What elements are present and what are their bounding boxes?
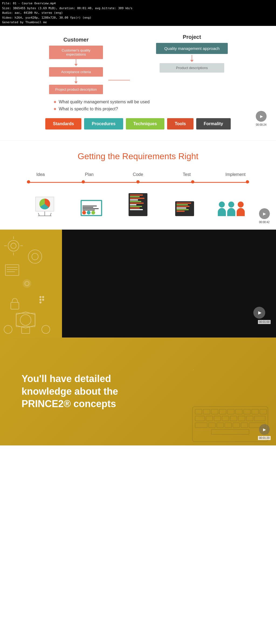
bullet-item-2: What is specific to this project?: [54, 107, 265, 111]
svg-point-1: [11, 243, 16, 248]
project-column: Project Quality management approach Prod…: [154, 34, 230, 94]
person-3: [237, 202, 245, 216]
qma-box: Quality management approach: [156, 43, 227, 54]
tag-formality[interactable]: Formality: [196, 118, 231, 130]
test-icon: [175, 201, 194, 216]
svg-rect-28: [203, 409, 210, 414]
svg-rect-31: [227, 409, 234, 414]
people-icons: [218, 202, 245, 216]
label-code: Code: [114, 172, 163, 177]
customer-box2: Acceptance criteria: [49, 67, 103, 77]
customer-column: Customer Customer's quality expectations…: [46, 34, 106, 94]
timeline-labels: Idea Plan Code Test Implement: [16, 172, 260, 177]
icon-plan: [68, 200, 115, 216]
customer-title: Customer: [63, 37, 88, 43]
quality-diagram: Customer Customer's quality expectations…: [11, 34, 265, 94]
person-3-head: [238, 202, 244, 207]
svg-point-21: [20, 315, 31, 325]
play-circle-2: [87, 211, 91, 214]
icon-test: [161, 201, 208, 216]
tag-techniques[interactable]: Techniques: [126, 118, 165, 130]
label-test: Test: [162, 172, 211, 177]
tag-standards[interactable]: Standards: [45, 118, 81, 130]
svg-rect-20: [16, 313, 35, 327]
tech-pattern-svg: [0, 230, 62, 338]
svg-point-23: [4, 325, 12, 333]
person-1: [218, 202, 226, 216]
label-idea: Idea: [16, 172, 65, 177]
code-editor-icon: [129, 193, 147, 216]
person-2: [227, 202, 235, 216]
svg-rect-51: [211, 430, 249, 434]
svg-rect-40: [230, 416, 237, 421]
svg-rect-14: [11, 302, 19, 309]
play-button-2[interactable]: [259, 208, 270, 219]
timestamp-2: 00:00:42: [258, 220, 271, 224]
svg-point-12: [23, 280, 31, 288]
svg-rect-26: [192, 407, 268, 442]
tag-tools[interactable]: Tools: [167, 118, 193, 130]
bullet-list: What quality management systems will be …: [11, 100, 265, 111]
bullet-dot-1: [54, 101, 56, 103]
customer-box3: Project product description: [49, 85, 103, 94]
timeline-icons: [16, 193, 260, 216]
file-info-line1: File: 01 - Course Overview.mp4: [2, 1, 274, 6]
person-1-body: [218, 208, 226, 216]
requirements-title: Getting the Requirements Right: [11, 151, 265, 161]
timestamp-4: 00:01:20: [258, 436, 271, 440]
video-section: 00:01:00: [0, 230, 276, 338]
timeline-dots: [27, 181, 249, 183]
svg-rect-45: [209, 423, 215, 428]
icon-code: [115, 193, 161, 216]
person-1-head: [219, 202, 225, 207]
arrow1: [76, 59, 76, 64]
file-info-line3: Audio: aac, 44100 Hz, stereo (eng): [2, 11, 274, 15]
svg-rect-34: [252, 409, 258, 414]
svg-rect-44: [195, 423, 207, 428]
svg-rect-38: [214, 416, 221, 421]
timestamp-1: 00:00:24: [255, 123, 268, 127]
play-circle-1: [82, 211, 86, 214]
play-button-3[interactable]: [253, 307, 265, 319]
person-2-head: [228, 202, 234, 207]
svg-rect-43: [254, 416, 265, 421]
dot-plan: [82, 180, 85, 183]
svg-rect-42: [246, 416, 253, 421]
promo-text: You'll have detailed knowledge about the…: [22, 373, 156, 410]
connector-line: [108, 80, 130, 80]
dot-implement: [246, 180, 249, 183]
file-info-header: File: 01 - Course Overview.mp4 Size: 386…: [0, 0, 276, 26]
svg-rect-33: [244, 409, 250, 414]
play-button-4[interactable]: ▶: [259, 424, 270, 435]
svg-point-6: [28, 250, 42, 263]
svg-rect-41: [238, 416, 245, 421]
svg-rect-32: [236, 409, 242, 414]
person-3-body: [237, 208, 245, 216]
thumbnail-overlay-3: 00:01:00: [258, 319, 271, 324]
svg-rect-39: [222, 416, 229, 421]
timeline: Idea Plan Code Test Implement: [11, 172, 265, 216]
play-button-1[interactable]: [256, 111, 267, 122]
tag-procedures[interactable]: Procedures: [84, 118, 123, 130]
requirements-section: Getting the Requirements Right Idea Plan…: [0, 140, 276, 230]
svg-rect-27: [195, 409, 202, 414]
svg-marker-22: [16, 312, 35, 328]
timeline-line-container: [16, 180, 260, 185]
svg-rect-49: [241, 423, 248, 428]
dot-code: [136, 180, 140, 183]
svg-rect-36: [195, 416, 205, 421]
promo-section: You'll have detailed knowledge about the…: [0, 338, 276, 445]
svg-rect-48: [233, 423, 240, 428]
label-plan: Plan: [65, 172, 114, 177]
video-icon: [81, 200, 102, 216]
svg-point-24: [42, 325, 50, 333]
svg-rect-47: [225, 423, 232, 428]
label-implement: Implement: [211, 172, 260, 177]
svg-point-17: [40, 299, 41, 301]
svg-rect-25: [22, 327, 30, 333]
dot-idea: [27, 180, 30, 183]
thumbnail-overlay-2: 00:00:42: [258, 208, 271, 224]
svg-point-0: [8, 240, 19, 251]
video-player-area[interactable]: 00:01:00: [62, 230, 276, 338]
svg-point-19: [40, 302, 41, 303]
